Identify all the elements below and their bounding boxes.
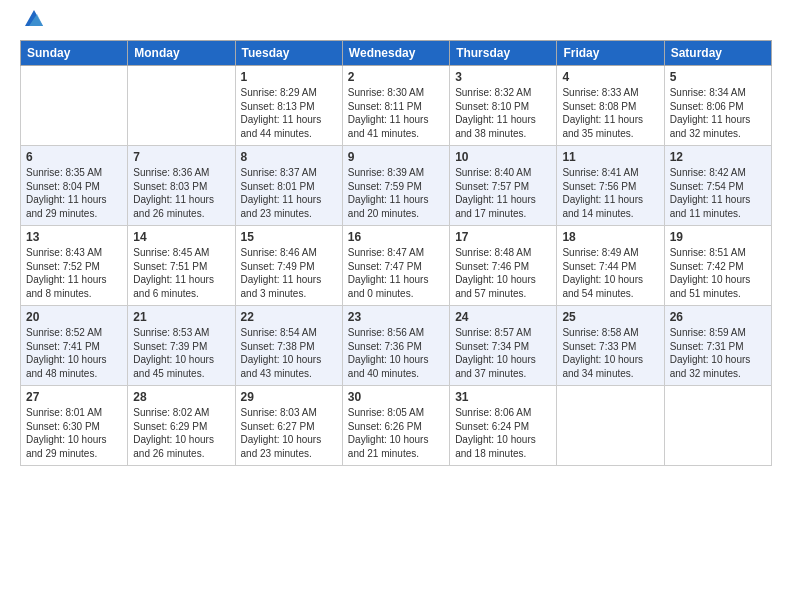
col-header-saturday: Saturday — [664, 41, 771, 66]
calendar-table: SundayMondayTuesdayWednesdayThursdayFrid… — [20, 40, 772, 466]
day-number: 25 — [562, 310, 658, 324]
calendar-header-row: SundayMondayTuesdayWednesdayThursdayFrid… — [21, 41, 772, 66]
calendar-cell — [128, 66, 235, 146]
day-info: Sunrise: 8:03 AM Sunset: 6:27 PM Dayligh… — [241, 406, 337, 460]
calendar-cell: 27Sunrise: 8:01 AM Sunset: 6:30 PM Dayli… — [21, 386, 128, 466]
col-header-thursday: Thursday — [450, 41, 557, 66]
day-info: Sunrise: 8:06 AM Sunset: 6:24 PM Dayligh… — [455, 406, 551, 460]
calendar-cell: 23Sunrise: 8:56 AM Sunset: 7:36 PM Dayli… — [342, 306, 449, 386]
day-number: 31 — [455, 390, 551, 404]
day-number: 27 — [26, 390, 122, 404]
calendar-cell — [21, 66, 128, 146]
day-info: Sunrise: 8:29 AM Sunset: 8:13 PM Dayligh… — [241, 86, 337, 140]
day-number: 17 — [455, 230, 551, 244]
calendar-week-row: 20Sunrise: 8:52 AM Sunset: 7:41 PM Dayli… — [21, 306, 772, 386]
calendar-cell: 22Sunrise: 8:54 AM Sunset: 7:38 PM Dayli… — [235, 306, 342, 386]
day-info: Sunrise: 8:52 AM Sunset: 7:41 PM Dayligh… — [26, 326, 122, 380]
day-number: 5 — [670, 70, 766, 84]
calendar-cell: 13Sunrise: 8:43 AM Sunset: 7:52 PM Dayli… — [21, 226, 128, 306]
calendar-week-row: 6Sunrise: 8:35 AM Sunset: 8:04 PM Daylig… — [21, 146, 772, 226]
calendar-cell: 15Sunrise: 8:46 AM Sunset: 7:49 PM Dayli… — [235, 226, 342, 306]
day-number: 30 — [348, 390, 444, 404]
calendar-cell: 3Sunrise: 8:32 AM Sunset: 8:10 PM Daylig… — [450, 66, 557, 146]
calendar-cell: 4Sunrise: 8:33 AM Sunset: 8:08 PM Daylig… — [557, 66, 664, 146]
calendar-cell: 31Sunrise: 8:06 AM Sunset: 6:24 PM Dayli… — [450, 386, 557, 466]
day-number: 8 — [241, 150, 337, 164]
calendar-cell: 11Sunrise: 8:41 AM Sunset: 7:56 PM Dayli… — [557, 146, 664, 226]
day-number: 15 — [241, 230, 337, 244]
day-number: 3 — [455, 70, 551, 84]
calendar-cell: 8Sunrise: 8:37 AM Sunset: 8:01 PM Daylig… — [235, 146, 342, 226]
day-number: 2 — [348, 70, 444, 84]
day-number: 23 — [348, 310, 444, 324]
calendar-cell: 24Sunrise: 8:57 AM Sunset: 7:34 PM Dayli… — [450, 306, 557, 386]
calendar-cell — [557, 386, 664, 466]
day-number: 9 — [348, 150, 444, 164]
day-number: 10 — [455, 150, 551, 164]
day-number: 24 — [455, 310, 551, 324]
day-number: 12 — [670, 150, 766, 164]
day-info: Sunrise: 8:02 AM Sunset: 6:29 PM Dayligh… — [133, 406, 229, 460]
day-number: 1 — [241, 70, 337, 84]
day-number: 21 — [133, 310, 229, 324]
day-info: Sunrise: 8:48 AM Sunset: 7:46 PM Dayligh… — [455, 246, 551, 300]
day-info: Sunrise: 8:33 AM Sunset: 8:08 PM Dayligh… — [562, 86, 658, 140]
calendar-cell — [664, 386, 771, 466]
calendar-cell: 1Sunrise: 8:29 AM Sunset: 8:13 PM Daylig… — [235, 66, 342, 146]
calendar-cell: 17Sunrise: 8:48 AM Sunset: 7:46 PM Dayli… — [450, 226, 557, 306]
calendar-cell: 20Sunrise: 8:52 AM Sunset: 7:41 PM Dayli… — [21, 306, 128, 386]
header — [20, 16, 772, 30]
day-info: Sunrise: 8:36 AM Sunset: 8:03 PM Dayligh… — [133, 166, 229, 220]
calendar-cell: 29Sunrise: 8:03 AM Sunset: 6:27 PM Dayli… — [235, 386, 342, 466]
day-number: 20 — [26, 310, 122, 324]
calendar-cell: 5Sunrise: 8:34 AM Sunset: 8:06 PM Daylig… — [664, 66, 771, 146]
day-info: Sunrise: 8:49 AM Sunset: 7:44 PM Dayligh… — [562, 246, 658, 300]
day-number: 16 — [348, 230, 444, 244]
col-header-monday: Monday — [128, 41, 235, 66]
col-header-tuesday: Tuesday — [235, 41, 342, 66]
day-number: 6 — [26, 150, 122, 164]
day-info: Sunrise: 8:54 AM Sunset: 7:38 PM Dayligh… — [241, 326, 337, 380]
day-info: Sunrise: 8:30 AM Sunset: 8:11 PM Dayligh… — [348, 86, 444, 140]
calendar-cell: 21Sunrise: 8:53 AM Sunset: 7:39 PM Dayli… — [128, 306, 235, 386]
calendar-cell: 14Sunrise: 8:45 AM Sunset: 7:51 PM Dayli… — [128, 226, 235, 306]
day-info: Sunrise: 8:57 AM Sunset: 7:34 PM Dayligh… — [455, 326, 551, 380]
day-info: Sunrise: 8:45 AM Sunset: 7:51 PM Dayligh… — [133, 246, 229, 300]
day-info: Sunrise: 8:35 AM Sunset: 8:04 PM Dayligh… — [26, 166, 122, 220]
logo-icon — [23, 8, 45, 30]
day-info: Sunrise: 8:34 AM Sunset: 8:06 PM Dayligh… — [670, 86, 766, 140]
calendar-cell: 28Sunrise: 8:02 AM Sunset: 6:29 PM Dayli… — [128, 386, 235, 466]
col-header-sunday: Sunday — [21, 41, 128, 66]
col-header-wednesday: Wednesday — [342, 41, 449, 66]
day-info: Sunrise: 8:47 AM Sunset: 7:47 PM Dayligh… — [348, 246, 444, 300]
day-info: Sunrise: 8:58 AM Sunset: 7:33 PM Dayligh… — [562, 326, 658, 380]
day-number: 7 — [133, 150, 229, 164]
day-number: 18 — [562, 230, 658, 244]
day-number: 13 — [26, 230, 122, 244]
day-info: Sunrise: 8:05 AM Sunset: 6:26 PM Dayligh… — [348, 406, 444, 460]
day-number: 11 — [562, 150, 658, 164]
calendar-week-row: 27Sunrise: 8:01 AM Sunset: 6:30 PM Dayli… — [21, 386, 772, 466]
page: SundayMondayTuesdayWednesdayThursdayFrid… — [0, 0, 792, 612]
day-number: 22 — [241, 310, 337, 324]
day-info: Sunrise: 8:56 AM Sunset: 7:36 PM Dayligh… — [348, 326, 444, 380]
day-info: Sunrise: 8:41 AM Sunset: 7:56 PM Dayligh… — [562, 166, 658, 220]
calendar-cell: 2Sunrise: 8:30 AM Sunset: 8:11 PM Daylig… — [342, 66, 449, 146]
calendar-cell: 9Sunrise: 8:39 AM Sunset: 7:59 PM Daylig… — [342, 146, 449, 226]
day-number: 19 — [670, 230, 766, 244]
day-info: Sunrise: 8:37 AM Sunset: 8:01 PM Dayligh… — [241, 166, 337, 220]
calendar-cell: 12Sunrise: 8:42 AM Sunset: 7:54 PM Dayli… — [664, 146, 771, 226]
calendar-cell: 25Sunrise: 8:58 AM Sunset: 7:33 PM Dayli… — [557, 306, 664, 386]
day-info: Sunrise: 8:40 AM Sunset: 7:57 PM Dayligh… — [455, 166, 551, 220]
day-number: 26 — [670, 310, 766, 324]
day-info: Sunrise: 8:32 AM Sunset: 8:10 PM Dayligh… — [455, 86, 551, 140]
day-info: Sunrise: 8:59 AM Sunset: 7:31 PM Dayligh… — [670, 326, 766, 380]
calendar-week-row: 1Sunrise: 8:29 AM Sunset: 8:13 PM Daylig… — [21, 66, 772, 146]
day-info: Sunrise: 8:01 AM Sunset: 6:30 PM Dayligh… — [26, 406, 122, 460]
calendar-cell: 30Sunrise: 8:05 AM Sunset: 6:26 PM Dayli… — [342, 386, 449, 466]
calendar-cell: 10Sunrise: 8:40 AM Sunset: 7:57 PM Dayli… — [450, 146, 557, 226]
day-number: 29 — [241, 390, 337, 404]
day-info: Sunrise: 8:39 AM Sunset: 7:59 PM Dayligh… — [348, 166, 444, 220]
col-header-friday: Friday — [557, 41, 664, 66]
calendar-cell: 19Sunrise: 8:51 AM Sunset: 7:42 PM Dayli… — [664, 226, 771, 306]
